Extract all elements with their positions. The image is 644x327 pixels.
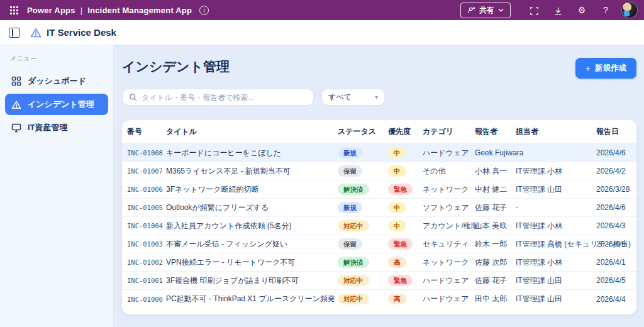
- report-date-cell: 2026/4/6: [596, 240, 631, 248]
- col-assignee: 担当者: [516, 126, 596, 137]
- fit-screen-icon[interactable]: [522, 0, 546, 20]
- reporter-cell: 佐藤 花子: [475, 202, 516, 213]
- col-status: ステータス: [338, 126, 388, 137]
- incident-warning-icon: [11, 100, 21, 109]
- incident-title: M365ライセンス不足 - 新規割当不可: [166, 166, 338, 177]
- incident-table: 番号 タイトル ステータス 優先度 カテゴリ 報告者 担当者 報告日 INC-0…: [122, 120, 636, 314]
- status-badge: 新規: [338, 147, 362, 158]
- status-badge: 対応中: [338, 275, 369, 286]
- dashboard-grid-icon: [11, 76, 21, 86]
- download-icon[interactable]: [546, 0, 570, 20]
- report-date-cell: 2026/4/6: [596, 148, 631, 157]
- sidebar-item-label: IT資産管理: [28, 122, 68, 133]
- new-incident-button[interactable]: + 新規作成: [575, 58, 636, 79]
- app-name-label: Incident Management App: [87, 6, 192, 15]
- status-badge: 解決済: [338, 184, 369, 195]
- category-cell: ネットワーク: [423, 184, 475, 195]
- share-button[interactable]: 共有: [460, 3, 511, 18]
- status-badge: 新規: [338, 202, 362, 213]
- report-date-cell: 2026/4/6: [596, 203, 631, 212]
- warning-triangle-icon: [30, 28, 42, 38]
- incident-title: Outlookが頻繁にフリーズする: [166, 202, 338, 213]
- category-cell: ネットワーク: [423, 257, 475, 268]
- col-reporter: 報告者: [475, 126, 516, 137]
- table-row[interactable]: INC-01004 新入社員アカウント作成依頼 (5名分) 対応中 中 アカウン…: [122, 217, 636, 235]
- info-icon[interactable]: i: [199, 6, 209, 15]
- sidebar-item-label: ダッシュボード: [28, 75, 86, 87]
- topbar-actions: 共有 ⚙ ?: [460, 0, 638, 20]
- waffle-icon[interactable]: [10, 6, 18, 14]
- report-date-cell: 2026/4/4: [596, 295, 631, 304]
- table-row[interactable]: INC-01003 不審メール受信 - フィッシング疑い 保留 緊急 セキュリテ…: [122, 235, 636, 253]
- search-icon: [129, 93, 137, 101]
- brand-label[interactable]: Power Apps: [27, 6, 75, 15]
- incident-number: INC-01000: [127, 296, 166, 303]
- incident-number: INC-01005: [127, 204, 166, 211]
- reporter-cell: 佐藤 花子: [475, 275, 516, 286]
- priority-badge: 緊急: [388, 184, 413, 195]
- sidebar: メニュー ダッシュボード インシデント管理 IT資産管理: [0, 45, 114, 327]
- report-date-cell: 2026/4/1: [596, 258, 631, 267]
- assignee-cell: -: [516, 148, 596, 157]
- assignee-cell: IT管理課 小林: [516, 257, 596, 268]
- help-icon[interactable]: ?: [594, 0, 618, 20]
- incident-number: INC-01007: [127, 167, 166, 175]
- incident-title: 不審メール受信 - フィッシング疑い: [166, 239, 338, 250]
- status-badge: 保留: [338, 238, 362, 250]
- reporter-cell: 中村 健二: [475, 184, 516, 195]
- priority-badge: 緊急: [388, 238, 413, 250]
- user-avatar[interactable]: [621, 2, 638, 18]
- category-cell: ハードウェア: [423, 275, 475, 286]
- incident-number: INC-01008: [127, 149, 166, 157]
- reporter-cell: 鈴木 一郎: [475, 239, 516, 250]
- table-row[interactable]: INC-01002 VPN接続エラー - リモートワーク不可 解決済 高 ネット…: [122, 253, 636, 272]
- assignee-cell: IT管理課 山田: [516, 275, 596, 286]
- settings-gear-icon[interactable]: ⚙: [570, 0, 594, 20]
- category-cell: アカウント/権限: [423, 221, 475, 231]
- table-body: INC-01008 キーボードにコーヒーをこぼした 新規 中 ハードウェア Ge…: [122, 144, 636, 308]
- incident-number: INC-01002: [127, 258, 166, 266]
- report-date-cell: 2026/4/5: [596, 276, 631, 285]
- table-row[interactable]: INC-01001 3F複合機 印刷ジョブが詰まり印刷不可 対応中 緊急 ハード…: [122, 272, 636, 290]
- table-row[interactable]: INC-01006 3Fネットワーク断続的切断 解決済 緊急 ネットワーク 中村…: [122, 180, 636, 199]
- priority-badge: 中: [388, 147, 406, 158]
- panel-collapse-icon[interactable]: [9, 28, 20, 38]
- col-report-date: 報告日: [596, 126, 631, 137]
- sidebar-item-it-assets[interactable]: IT資産管理: [5, 117, 108, 138]
- table-row[interactable]: INC-01008 キーボードにコーヒーをこぼした 新規 中 ハードウェア Ge…: [122, 144, 636, 162]
- status-badge: 保留: [338, 165, 362, 177]
- app-header: IT Service Desk: [0, 20, 644, 45]
- search-input[interactable]: [142, 93, 307, 102]
- filter-selected-value: すべて: [328, 92, 352, 103]
- incident-title: 3F複合機 印刷ジョブが詰まり印刷不可: [166, 275, 338, 286]
- plus-icon: +: [586, 64, 591, 73]
- reporter-cell: Geek Fujiwara: [475, 148, 516, 157]
- topbar: Power Apps | Incident Management App i 共…: [0, 0, 644, 20]
- sidebar-item-incident-management[interactable]: インシデント管理: [5, 94, 108, 115]
- incident-title: 新入社員アカウント作成依頼 (5名分): [166, 221, 338, 231]
- sidebar-item-dashboard[interactable]: ダッシュボード: [5, 70, 108, 92]
- asset-monitor-icon: [11, 123, 21, 133]
- reporter-cell: 山本 美咲: [475, 221, 516, 231]
- table-row[interactable]: INC-01007 M365ライセンス不足 - 新規割当不可 保留 中 その他 …: [122, 162, 636, 180]
- status-badge: 対応中: [338, 220, 369, 231]
- incident-number: INC-01006: [127, 186, 166, 193]
- category-cell: その他: [423, 166, 475, 177]
- category-cell: セキュリティ: [423, 239, 475, 250]
- reporter-cell: 田中 太郎: [475, 294, 516, 304]
- share-label: 共有: [479, 5, 494, 16]
- status-filter-dropdown[interactable]: すべて ▾: [321, 89, 385, 106]
- search-box: [122, 89, 314, 106]
- table-row[interactable]: INC-01005 Outlookが頻繁にフリーズする 新規 中 ソフトウェア …: [122, 199, 636, 217]
- priority-badge: 高: [388, 294, 406, 305]
- assignee-cell: -: [516, 203, 596, 212]
- menu-section-label: メニュー: [5, 54, 108, 63]
- chevron-down-icon: ▾: [375, 94, 378, 101]
- topbar-title: Power Apps | Incident Management App: [27, 6, 192, 15]
- assignee-cell: IT管理課 小林: [516, 221, 596, 231]
- new-button-label: 新規作成: [595, 63, 626, 74]
- table-row[interactable]: INC-01000 PC起動不可 - ThinkPad X1 ブルースクリーン頻…: [122, 290, 636, 308]
- category-cell: ハードウェア: [423, 294, 475, 304]
- category-cell: ソフトウェア: [423, 202, 475, 213]
- incident-number: INC-01001: [127, 277, 166, 284]
